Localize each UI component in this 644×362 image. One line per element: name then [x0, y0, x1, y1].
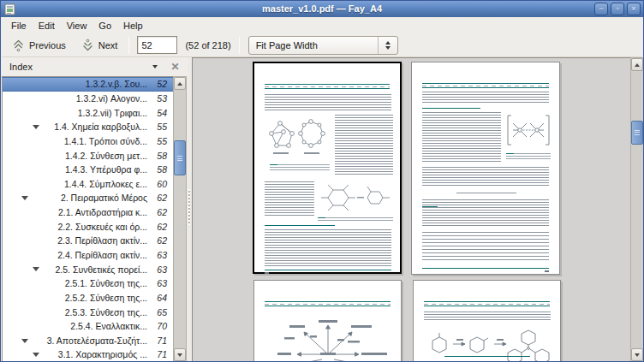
index-tree-row[interactable]: 2.5.4. Εναλλακτικ...70: [3, 319, 173, 334]
page-thumbnail-54[interactable]: [253, 280, 402, 362]
index-entry-label: 1.3.2.v.β. Σου...: [3, 79, 152, 89]
page-thumbnail-53[interactable]: [411, 62, 560, 275]
index-entry-page: 53: [152, 93, 173, 104]
index-tree-row[interactable]: 3. Αποτελέσματα-Συζήτ...71: [3, 334, 173, 348]
index-tree-row[interactable]: 2.2. Συσκευές και όρ...62: [3, 219, 173, 234]
index-tree-row[interactable]: 1.3.2.v.β. Σου...52: [3, 77, 173, 92]
scroll-up-button[interactable]: [174, 77, 186, 90]
go-up-icon: [12, 39, 25, 52]
index-tree-row[interactable]: 1.3.2.vi) Αλογον...53: [3, 92, 173, 106]
page-number-mark: [265, 272, 269, 274]
index-tree-row[interactable]: 2.5. Συνθετικές πορεί...63: [3, 262, 173, 276]
splitter-grip: [188, 189, 190, 225]
footer-rule: [422, 268, 549, 269]
text-lines: [265, 94, 391, 111]
page-thumbnail-55[interactable]: [413, 280, 561, 362]
minimize-button[interactable]: −: [594, 3, 608, 15]
text-lines: [265, 229, 391, 267]
menu-file[interactable]: File: [5, 19, 33, 33]
index-entry-page: 62: [152, 222, 173, 232]
text-lines: [422, 167, 549, 187]
index-tree-row[interactable]: 1.4.2. Σύνθεση μετ...58: [3, 148, 173, 163]
menu-help[interactable]: Help: [117, 19, 149, 33]
text-lines: [422, 92, 549, 104]
index-tree-row[interactable]: 2.5.1. Σύνθεση της...63: [3, 276, 173, 291]
toolbar-separator: [239, 37, 240, 54]
index-tree-row[interactable]: 1.4. Χημεία καρβοξυλ...55: [3, 120, 173, 134]
index-tree-row[interactable]: 2.4. Περίθλαση ακτίν...63: [3, 248, 173, 263]
pdf-viewer-window: master_v1.0.pdf — Fay_A4 − ▫ × File Edit…: [0, 0, 644, 362]
index-entry-page: 71: [152, 349, 173, 359]
index-entry-page: 70: [152, 321, 173, 331]
index-entry-page: 63: [152, 278, 173, 288]
menu-edit[interactable]: Edit: [33, 19, 61, 33]
page-number-mark: [545, 270, 549, 272]
index-entry-page: 52: [152, 79, 173, 89]
index-entry-page: 60: [152, 179, 173, 189]
index-tree-row[interactable]: 2.5.3. Σύνθεση της...65: [3, 305, 173, 319]
index-tree-row[interactable]: 2.1. Αντιδραστήρια κ...62: [3, 205, 173, 220]
index-entry-label: 3.1. Χαρακτηρισμός ...: [3, 349, 152, 359]
index-entry-label: 2.1. Αντιδραστήρια κ...: [3, 207, 152, 217]
index-entry-page: 54: [152, 108, 173, 118]
index-entry-label: 1.3.2.vii) Τριφαι...: [3, 108, 152, 118]
figure-caption: [444, 356, 530, 357]
index-tree-row[interactable]: 2.5.2. Σύνθεση της...64: [3, 291, 173, 306]
index-entry-label: 2.2. Συσκευές και όρ...: [3, 222, 152, 232]
sidebar-close-button[interactable]: ✕: [169, 61, 182, 74]
next-page-button[interactable]: Next: [78, 37, 122, 54]
expander-triangle-icon[interactable]: [33, 125, 39, 129]
figure-caption: [270, 164, 330, 170]
next-label: Next: [98, 40, 118, 50]
text-lines: [422, 232, 549, 261]
go-down-icon: [81, 39, 94, 52]
main-scrollbar-thumb[interactable]: [631, 121, 643, 145]
sidebar-scrollbar[interactable]: [173, 76, 187, 362]
previous-page-button[interactable]: Previous: [9, 37, 69, 54]
expander-triangle-icon[interactable]: [21, 196, 28, 200]
expander-triangle-icon[interactable]: [21, 339, 28, 343]
index-entry-page: 64: [152, 293, 173, 303]
expander-triangle-icon[interactable]: [33, 353, 39, 357]
index-entry-label: 2.5.2. Σύνθεση της...: [3, 293, 152, 303]
window-title: master_v1.0.pdf — Fay_A4: [1, 1, 643, 17]
index-tree-row[interactable]: 1.4.1. Τρόποι σύνδ...55: [3, 134, 173, 149]
index-entry-page: 62: [152, 193, 173, 203]
chem-structure-diagram: [318, 181, 393, 214]
page-header-band: [265, 301, 391, 306]
index-tree-row[interactable]: 2.3. Περίθλαση ακτίν...62: [3, 234, 173, 248]
sidebar-scrollbar-thumb[interactable]: [174, 140, 186, 175]
index-entry-label: 1.4.3. Υπέρυθρα φ...: [3, 164, 152, 175]
sidebar-view-selector[interactable]: Index: [9, 62, 152, 72]
close-button[interactable]: ×: [627, 3, 641, 15]
index-tree-row[interactable]: 2. Πειραματικό Μέρος62: [3, 191, 173, 205]
scroll-down-button[interactable]: [631, 348, 643, 361]
index-tree-row[interactable]: 1.4.3. Υπέρυθρα φ...58: [3, 163, 173, 177]
index-entry-label: 2.3. Περίθλαση ακτίν...: [3, 235, 152, 246]
index-entry-label: 1.4.4. Σύμπλοκες ε...: [3, 179, 152, 189]
index-entry-label: 2.4. Περίθλαση ακτίν...: [3, 250, 152, 260]
section-heading: [265, 225, 335, 226]
chevron-down-icon[interactable]: [152, 65, 158, 68]
title-bar[interactable]: master_v1.0.pdf — Fay_A4 − ▫ ×: [1, 1, 643, 17]
index-tree-row[interactable]: 3.1. Χαρακτηρισμός ...71: [3, 347, 173, 362]
maximize-button[interactable]: ▫: [611, 3, 624, 15]
radial-reaction-scheme: [265, 310, 391, 362]
expander-triangle-icon[interactable]: [33, 267, 39, 271]
zoom-level-selector[interactable]: Fit Page Width: [248, 36, 398, 55]
footer-rule: [265, 270, 391, 270]
menu-go[interactable]: Go: [92, 19, 117, 33]
page-thumbnail-52[interactable]: [253, 62, 402, 274]
sidebar-header: Index ✕: [2, 57, 188, 76]
index-entry-page: 62: [152, 207, 173, 217]
index-entry-label: 1.4.1. Τρόποι σύνδ...: [3, 136, 152, 146]
scroll-up-button[interactable]: [631, 58, 643, 71]
page-count-label: (52 of 218): [185, 40, 230, 50]
main-scrollbar[interactable]: [630, 57, 644, 362]
page-number-input[interactable]: [137, 36, 177, 54]
index-tree-row[interactable]: 1.4.4. Σύμπλοκες ε...60: [3, 176, 173, 191]
index-tree-row[interactable]: 1.3.2.vii) Τριφαι...54: [3, 105, 173, 120]
scroll-down-button[interactable]: [174, 348, 186, 361]
menu-view[interactable]: View: [61, 19, 93, 33]
link-text: [422, 206, 438, 207]
